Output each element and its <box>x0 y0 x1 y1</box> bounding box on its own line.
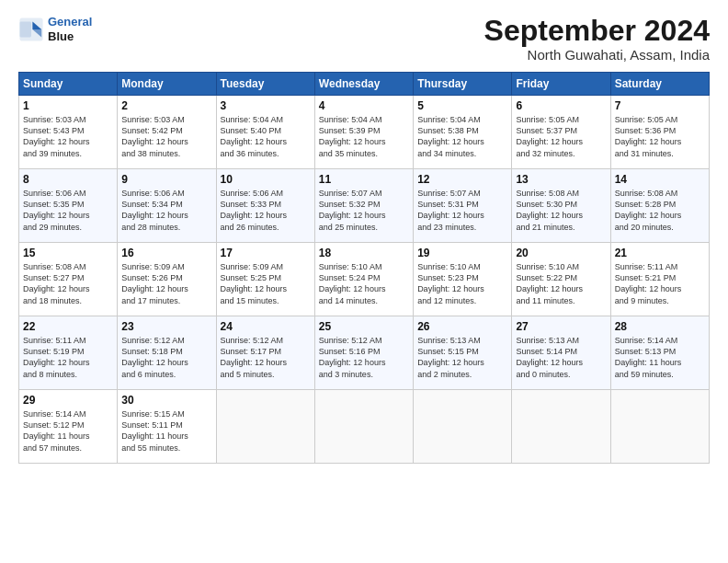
calendar-cell <box>216 390 314 464</box>
day-number: 28 <box>615 320 705 333</box>
calendar-cell: 8Sunrise: 5:06 AM Sunset: 5:35 PM Daylig… <box>19 169 118 243</box>
day-number: 3 <box>221 99 311 112</box>
calendar-header-thursday: Thursday <box>414 73 512 96</box>
calendar-cell: 23Sunrise: 5:12 AM Sunset: 5:18 PM Dayli… <box>118 316 216 390</box>
calendar-cell: 27Sunrise: 5:13 AM Sunset: 5:14 PM Dayli… <box>512 316 610 390</box>
calendar-week-row: 1Sunrise: 5:03 AM Sunset: 5:43 PM Daylig… <box>19 96 710 169</box>
calendar-cell: 11Sunrise: 5:07 AM Sunset: 5:32 PM Dayli… <box>314 169 413 243</box>
calendar-cell <box>414 390 512 464</box>
day-number: 10 <box>221 173 311 186</box>
cell-info: Sunrise: 5:14 AM Sunset: 5:12 PM Dayligh… <box>23 408 113 454</box>
calendar-cell: 19Sunrise: 5:10 AM Sunset: 5:23 PM Dayli… <box>414 243 512 316</box>
calendar-week-row: 22Sunrise: 5:11 AM Sunset: 5:19 PM Dayli… <box>19 316 710 390</box>
header: General Blue September 2024 North Guwaha… <box>18 15 710 63</box>
calendar-header-saturday: Saturday <box>610 73 709 96</box>
calendar-week-row: 8Sunrise: 5:06 AM Sunset: 5:35 PM Daylig… <box>19 169 710 243</box>
location-subtitle: North Guwahati, Assam, India <box>484 47 710 63</box>
day-number: 16 <box>121 247 211 259</box>
cell-info: Sunrise: 5:10 AM Sunset: 5:23 PM Dayligh… <box>417 261 507 306</box>
day-number: 27 <box>516 320 606 333</box>
day-number: 14 <box>615 173 705 186</box>
calendar-cell: 26Sunrise: 5:13 AM Sunset: 5:15 PM Dayli… <box>414 316 512 390</box>
cell-info: Sunrise: 5:13 AM Sunset: 5:15 PM Dayligh… <box>417 335 507 380</box>
cell-info: Sunrise: 5:06 AM Sunset: 5:35 PM Dayligh… <box>23 188 113 233</box>
calendar-cell: 12Sunrise: 5:07 AM Sunset: 5:31 PM Dayli… <box>414 169 512 243</box>
calendar-cell: 3Sunrise: 5:04 AM Sunset: 5:40 PM Daylig… <box>216 96 314 169</box>
calendar-cell: 1Sunrise: 5:03 AM Sunset: 5:43 PM Daylig… <box>19 96 118 169</box>
calendar-cell: 13Sunrise: 5:08 AM Sunset: 5:30 PM Dayli… <box>512 169 610 243</box>
cell-info: Sunrise: 5:12 AM Sunset: 5:18 PM Dayligh… <box>121 335 211 380</box>
day-number: 7 <box>615 99 705 112</box>
calendar-cell: 20Sunrise: 5:10 AM Sunset: 5:22 PM Dayli… <box>512 243 610 316</box>
title-block: September 2024 North Guwahati, Assam, In… <box>484 15 710 63</box>
calendar-header-sunday: Sunday <box>19 73 118 96</box>
day-number: 23 <box>121 320 211 333</box>
calendar-cell: 2Sunrise: 5:03 AM Sunset: 5:42 PM Daylig… <box>118 96 216 169</box>
day-number: 25 <box>319 320 409 333</box>
svg-rect-3 <box>19 21 31 37</box>
calendar-header-friday: Friday <box>512 73 610 96</box>
calendar-header-row: SundayMondayTuesdayWednesdayThursdayFrid… <box>19 73 710 96</box>
cell-info: Sunrise: 5:03 AM Sunset: 5:43 PM Dayligh… <box>23 114 113 159</box>
day-number: 1 <box>23 99 113 112</box>
cell-info: Sunrise: 5:10 AM Sunset: 5:22 PM Dayligh… <box>516 261 606 306</box>
cell-info: Sunrise: 5:12 AM Sunset: 5:17 PM Dayligh… <box>221 335 311 380</box>
calendar-cell: 16Sunrise: 5:09 AM Sunset: 5:26 PM Dayli… <box>118 243 216 316</box>
cell-info: Sunrise: 5:13 AM Sunset: 5:14 PM Dayligh… <box>516 335 606 380</box>
calendar-cell: 30Sunrise: 5:15 AM Sunset: 5:11 PM Dayli… <box>118 390 216 464</box>
calendar-cell: 28Sunrise: 5:14 AM Sunset: 5:13 PM Dayli… <box>610 316 709 390</box>
cell-info: Sunrise: 5:12 AM Sunset: 5:16 PM Dayligh… <box>319 335 409 380</box>
cell-info: Sunrise: 5:08 AM Sunset: 5:30 PM Dayligh… <box>516 188 606 233</box>
day-number: 24 <box>221 320 311 333</box>
calendar-week-row: 15Sunrise: 5:08 AM Sunset: 5:27 PM Dayli… <box>19 243 710 316</box>
calendar-cell: 14Sunrise: 5:08 AM Sunset: 5:28 PM Dayli… <box>610 169 709 243</box>
calendar-cell: 6Sunrise: 5:05 AM Sunset: 5:37 PM Daylig… <box>512 96 610 169</box>
calendar-cell: 9Sunrise: 5:06 AM Sunset: 5:34 PM Daylig… <box>118 169 216 243</box>
cell-info: Sunrise: 5:15 AM Sunset: 5:11 PM Dayligh… <box>121 408 211 454</box>
day-number: 29 <box>23 394 113 407</box>
cell-info: Sunrise: 5:11 AM Sunset: 5:21 PM Dayligh… <box>615 261 705 306</box>
calendar-cell: 29Sunrise: 5:14 AM Sunset: 5:12 PM Dayli… <box>19 390 118 464</box>
calendar-cell: 25Sunrise: 5:12 AM Sunset: 5:16 PM Dayli… <box>314 316 413 390</box>
logo-text: General Blue <box>48 15 92 43</box>
cell-info: Sunrise: 5:05 AM Sunset: 5:37 PM Dayligh… <box>516 114 606 159</box>
day-number: 20 <box>516 247 606 259</box>
calendar-table: SundayMondayTuesdayWednesdayThursdayFrid… <box>18 72 710 464</box>
cell-info: Sunrise: 5:09 AM Sunset: 5:26 PM Dayligh… <box>121 261 211 306</box>
calendar-cell <box>610 390 709 464</box>
cell-info: Sunrise: 5:04 AM Sunset: 5:40 PM Dayligh… <box>221 114 311 159</box>
cell-info: Sunrise: 5:05 AM Sunset: 5:36 PM Dayligh… <box>615 114 705 159</box>
cell-info: Sunrise: 5:03 AM Sunset: 5:42 PM Dayligh… <box>121 114 211 159</box>
day-number: 15 <box>23 247 113 259</box>
cell-info: Sunrise: 5:07 AM Sunset: 5:31 PM Dayligh… <box>417 188 507 233</box>
day-number: 26 <box>417 320 507 333</box>
calendar-cell: 10Sunrise: 5:06 AM Sunset: 5:33 PM Dayli… <box>216 169 314 243</box>
cell-info: Sunrise: 5:10 AM Sunset: 5:24 PM Dayligh… <box>319 261 409 306</box>
calendar-cell <box>314 390 413 464</box>
calendar-cell: 21Sunrise: 5:11 AM Sunset: 5:21 PM Dayli… <box>610 243 709 316</box>
cell-info: Sunrise: 5:09 AM Sunset: 5:25 PM Dayligh… <box>221 261 311 306</box>
calendar-header-monday: Monday <box>118 73 216 96</box>
day-number: 19 <box>417 247 507 259</box>
day-number: 17 <box>221 247 311 259</box>
calendar-cell: 4Sunrise: 5:04 AM Sunset: 5:39 PM Daylig… <box>314 96 413 169</box>
cell-info: Sunrise: 5:08 AM Sunset: 5:28 PM Dayligh… <box>615 188 705 233</box>
calendar-cell <box>512 390 610 464</box>
day-number: 8 <box>23 173 113 186</box>
calendar-cell: 24Sunrise: 5:12 AM Sunset: 5:17 PM Dayli… <box>216 316 314 390</box>
day-number: 12 <box>417 173 507 186</box>
cell-info: Sunrise: 5:04 AM Sunset: 5:39 PM Dayligh… <box>319 114 409 159</box>
calendar-header-tuesday: Tuesday <box>216 73 314 96</box>
day-number: 2 <box>121 99 211 112</box>
day-number: 5 <box>417 99 507 112</box>
calendar-header-wednesday: Wednesday <box>314 73 413 96</box>
calendar-week-row: 29Sunrise: 5:14 AM Sunset: 5:12 PM Dayli… <box>19 390 710 464</box>
calendar-cell: 22Sunrise: 5:11 AM Sunset: 5:19 PM Dayli… <box>19 316 118 390</box>
calendar-cell: 15Sunrise: 5:08 AM Sunset: 5:27 PM Dayli… <box>19 243 118 316</box>
day-number: 18 <box>319 247 409 259</box>
calendar-cell: 5Sunrise: 5:04 AM Sunset: 5:38 PM Daylig… <box>414 96 512 169</box>
cell-info: Sunrise: 5:07 AM Sunset: 5:32 PM Dayligh… <box>319 188 409 233</box>
cell-info: Sunrise: 5:08 AM Sunset: 5:27 PM Dayligh… <box>23 261 113 306</box>
day-number: 22 <box>23 320 113 333</box>
calendar-cell: 18Sunrise: 5:10 AM Sunset: 5:24 PM Dayli… <box>314 243 413 316</box>
